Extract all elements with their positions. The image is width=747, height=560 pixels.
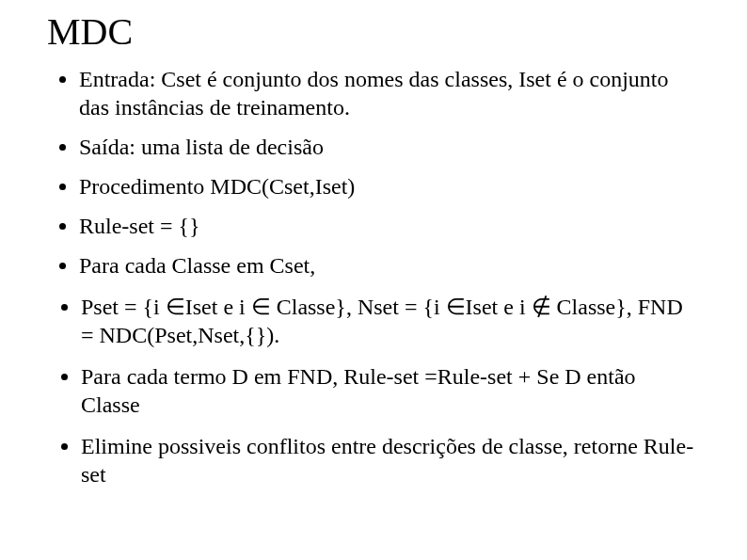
bullet-item: Rule-set = {} bbox=[79, 212, 700, 240]
bullet-list: Entrada: Cset é conjunto dos nomes das c… bbox=[47, 65, 700, 280]
bullet-item: Procedimento MDC(Cset,Iset) bbox=[79, 172, 700, 200]
sub-bullet-item: Para cada termo D em FND, Rule-set =Rule… bbox=[81, 362, 700, 419]
sub-bullet-list: Pset = {i ∈Iset e i ∈ Classe}, Nset = {i… bbox=[47, 293, 700, 488]
bullet-item: Entrada: Cset é conjunto dos nomes das c… bbox=[79, 65, 700, 121]
bullet-item: Saída: uma lista de decisão bbox=[79, 133, 700, 161]
sub-bullet-item: Elimine possiveis conflitos entre descri… bbox=[81, 432, 700, 488]
sub-bullet-item: Pset = {i ∈Iset e i ∈ Classe}, Nset = {i… bbox=[81, 293, 700, 349]
slide-title: MDC bbox=[47, 9, 700, 54]
bullet-item: Para cada Classe em Cset, bbox=[79, 251, 700, 280]
slide: MDC Entrada: Cset é conjunto dos nomes d… bbox=[0, 0, 747, 498]
